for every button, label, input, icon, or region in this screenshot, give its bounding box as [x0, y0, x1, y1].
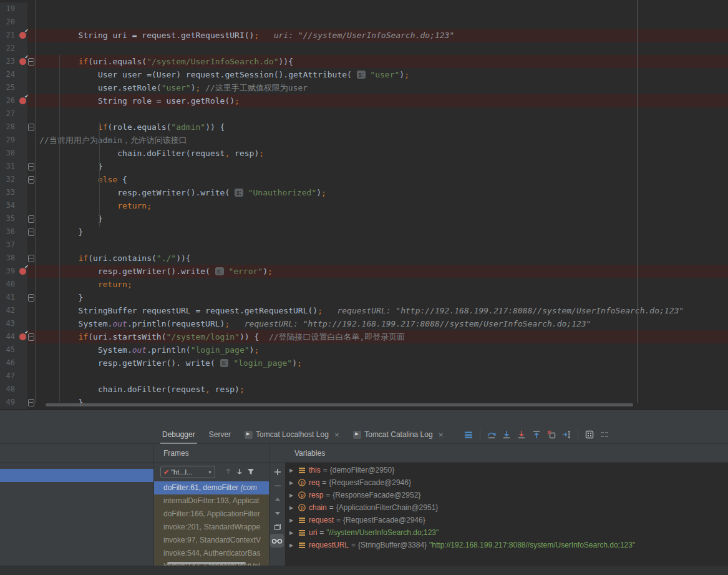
line-number[interactable]: 30 — [0, 147, 19, 160]
fold-box-icon[interactable] — [28, 58, 34, 66]
fold-marker-icon[interactable] — [27, 396, 35, 409]
remove-watch-icon[interactable] — [269, 479, 285, 493]
step-into-icon[interactable] — [502, 430, 512, 440]
step-over-icon[interactable] — [487, 430, 497, 440]
gutter-icon-slot[interactable] — [19, 343, 27, 356]
run-to-cursor-icon[interactable] — [561, 430, 571, 440]
code-line[interactable]: 48 chain.doFilter(request, resp); — [0, 383, 728, 396]
gutter-icon-slot[interactable] — [19, 42, 27, 55]
expand-arrow-icon[interactable]: ▶ — [288, 480, 295, 486]
breakpoint-dot-icon[interactable] — [19, 58, 26, 65]
editor-horizontal-scrollbar[interactable] — [46, 403, 633, 406]
gutter-icon-slot[interactable] — [19, 81, 27, 94]
fold-box-icon[interactable] — [28, 163, 34, 170]
code-line[interactable]: 49 } — [0, 396, 728, 409]
code-line[interactable]: 22 — [0, 42, 728, 55]
force-step-into-icon[interactable] — [517, 430, 527, 440]
line-number[interactable]: 35 — [0, 212, 19, 225]
tab-debugger[interactable]: Debugger — [162, 426, 195, 443]
filter-icon[interactable] — [246, 466, 256, 476]
line-number[interactable]: 34 — [0, 199, 19, 212]
fold-box-icon[interactable] — [28, 215, 34, 223]
expand-arrow-icon[interactable]: ▶ — [288, 505, 295, 511]
frames-horizontal-scrollbar[interactable] — [167, 562, 246, 564]
breakpoint-icon[interactable] — [19, 94, 27, 107]
code-line[interactable]: 23 if(uri.equals("/system/UserInfoSearch… — [0, 55, 728, 68]
frame-row[interactable]: invoke:201, StandardWrappe — [154, 521, 269, 534]
frame-down-icon[interactable] — [235, 466, 245, 476]
breakpoint-icon[interactable] — [19, 29, 27, 42]
line-number[interactable]: 19 — [0, 2, 19, 16]
fold-marker-icon[interactable] — [27, 291, 35, 304]
code-line[interactable]: 20 — [0, 16, 728, 29]
left-panel-body[interactable] — [0, 463, 153, 566]
add-watch-icon[interactable] — [269, 465, 285, 479]
frame-up-icon[interactable] — [223, 466, 233, 476]
line-number[interactable]: 41 — [0, 291, 19, 304]
fold-box-icon[interactable] — [28, 399, 34, 406]
code-line[interactable]: 29//当前用用户为admin，允许访问该接口 — [0, 134, 728, 147]
gutter-icon-slot[interactable] — [19, 383, 27, 396]
breakpoint-dot-icon[interactable] — [19, 333, 26, 340]
variable-row[interactable]: ▶this = {demoFilter@2950} — [285, 464, 728, 476]
close-icon[interactable]: ✕ — [439, 431, 444, 438]
code-line[interactable]: 27 — [0, 107, 728, 120]
code-line[interactable]: 38 if(uri.contains("./")){ — [0, 252, 728, 265]
fold-box-icon[interactable] — [28, 176, 34, 184]
gutter-icon-slot[interactable] — [19, 356, 27, 370]
code-line[interactable]: 42 StringBuffer requestURL = request.get… — [0, 304, 728, 317]
frame-row[interactable]: internalDoFilter:193, Applicat — [154, 494, 269, 508]
fold-marker-icon[interactable] — [27, 212, 35, 225]
code-line[interactable]: 34 return; — [0, 199, 728, 212]
code-line[interactable]: 26 String role = user.getRole(); — [0, 94, 728, 107]
line-number[interactable]: 27 — [0, 107, 19, 120]
selection-bar[interactable] — [0, 469, 153, 482]
code-line[interactable]: 21 String uri = request.getRequestURI();… — [0, 29, 728, 42]
code-line[interactable]: 46 resp.getWriter(). write( s: "login_pa… — [0, 356, 728, 370]
gutter-icon-slot[interactable] — [19, 68, 27, 81]
gutter-icon-slot[interactable] — [19, 120, 27, 134]
duplicate-icon[interactable] — [269, 520, 285, 534]
code-line[interactable]: 33 resp.getWriter().write( s: "Unauthori… — [0, 186, 728, 199]
evaluate-expression-icon[interactable] — [585, 430, 595, 440]
breakpoint-dot-icon[interactable] — [19, 32, 26, 39]
fold-marker-icon[interactable] — [27, 173, 35, 186]
close-icon[interactable]: ✕ — [334, 431, 339, 438]
code-line[interactable]: 30 chain.doFilter(request, resp); — [0, 147, 728, 160]
code-line[interactable]: 35 } — [0, 212, 728, 225]
line-number[interactable]: 45 — [0, 343, 19, 356]
frame-row[interactable]: invoke:97, StandardContextV — [154, 534, 269, 547]
variable-row[interactable]: ▶preq = {RequestFacade@2946} — [285, 476, 728, 489]
code-line[interactable]: 45 System.out.println("login_page"); — [0, 343, 728, 356]
gutter-icon-slot[interactable] — [19, 107, 27, 120]
variables-tree[interactable]: ▶this = {demoFilter@2950}▶preq = {Reques… — [285, 463, 728, 566]
expand-arrow-icon[interactable]: ▶ — [288, 493, 295, 498]
code-line[interactable]: 32 else { — [0, 173, 728, 186]
line-number[interactable]: 43 — [0, 317, 19, 330]
line-number[interactable]: 36 — [0, 225, 19, 238]
code-line[interactable]: 41 } — [0, 291, 728, 304]
breakpoint-icon[interactable] — [19, 265, 27, 278]
frame-row[interactable]: invoke:544, AuthenticatorBas — [154, 547, 269, 560]
line-number[interactable]: 29 — [0, 134, 19, 147]
line-number[interactable]: 28 — [0, 120, 19, 134]
line-number[interactable]: 37 — [0, 238, 19, 252]
show-watches-icon[interactable] — [270, 534, 284, 548]
line-number[interactable]: 47 — [0, 370, 19, 383]
code-line[interactable]: 40 return; — [0, 278, 728, 291]
line-number[interactable]: 26 — [0, 94, 19, 107]
gutter-icon-slot[interactable] — [19, 278, 27, 291]
line-number[interactable]: 31 — [0, 160, 19, 173]
line-number[interactable]: 32 — [0, 173, 19, 186]
fold-box-icon[interactable] — [28, 333, 34, 341]
line-number[interactable]: 20 — [0, 16, 19, 29]
variable-row[interactable]: ▶presp = {ResponseFacade@2952} — [285, 489, 728, 501]
gutter-icon-slot[interactable] — [19, 173, 27, 186]
gutter-icon-slot[interactable] — [19, 396, 27, 409]
drop-frame-icon[interactable] — [546, 430, 556, 440]
move-up-icon[interactable] — [269, 493, 285, 506]
tab-tomcat-catalina-log[interactable]: Tomcat Catalina Log✕ — [353, 426, 444, 443]
code-line[interactable]: 36 } — [0, 225, 728, 238]
line-number[interactable]: 25 — [0, 81, 19, 94]
expand-arrow-icon[interactable]: ▶ — [288, 468, 295, 473]
